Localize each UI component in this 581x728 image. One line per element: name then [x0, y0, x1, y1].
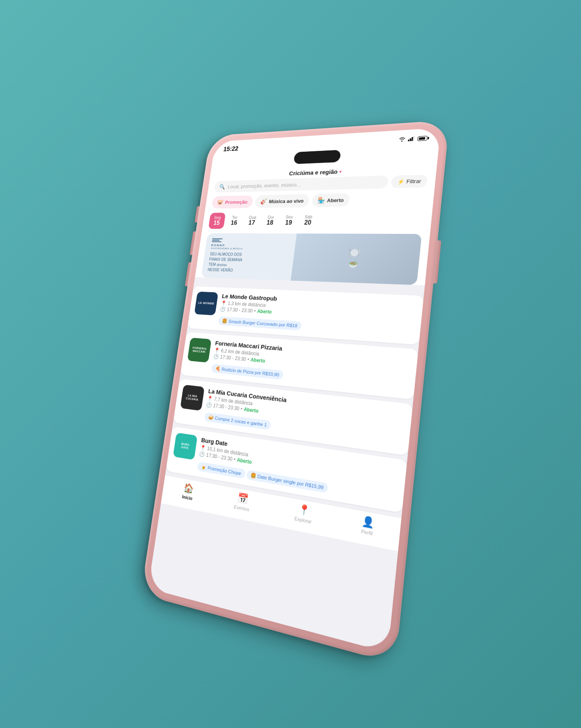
status-time: 15:22 — [223, 145, 239, 153]
day-sex[interactable]: Sex 19 — [280, 212, 298, 228]
lemonde-header: LE MONDE Le Monde Gastropub 📍 1,3 km de … — [193, 291, 417, 338]
chip-musica[interactable]: 🎸 Música ao vivo — [254, 194, 310, 208]
day-sab-num: 20 — [304, 219, 312, 226]
banner-left: DONNO GASTRONOMIA & MÚSICA SEU ALMOÇO DO… — [201, 233, 297, 280]
explorar-icon: 📍 — [298, 503, 310, 517]
svg-rect-0 — [408, 139, 409, 141]
volume-up-button — [189, 231, 196, 254]
home-icon: 🏠 — [183, 482, 194, 495]
day-qui-num: 18 — [266, 219, 274, 226]
phone-screen: 15:22 — [148, 127, 441, 652]
nav-inicio[interactable]: 🏠 Início — [182, 482, 195, 501]
location-text: Criciúma e região — [289, 168, 338, 176]
filter-label: Filtrar — [406, 178, 421, 184]
clock-icon: 🕐 — [220, 306, 226, 312]
chip-promocao[interactable]: 🐷 Promoção — [211, 195, 253, 208]
donno-banner[interactable]: DONNO GASTRONOMIA & MÚSICA SEU ALMOÇO DO… — [201, 233, 422, 285]
day-ter-name: Ter — [232, 215, 238, 220]
search-icon: 🔍 — [219, 184, 226, 189]
maccari-info: Forneria Maccari Pizzaria 📍 6,2 km de di… — [211, 339, 411, 392]
nav-inicio-label: Início — [182, 494, 193, 501]
chip-aberto[interactable]: 🏪 Aberto — [311, 193, 350, 207]
maccari-status: Aberto — [250, 357, 266, 364]
banner-highlight: destino — [216, 262, 227, 267]
search-placeholder: Local, promoção, evento, músico... — [228, 181, 301, 189]
musica-label: Música ao vivo — [269, 198, 304, 204]
promocao-icon: 🐷 — [216, 199, 224, 205]
eventos-icon: 📅 — [237, 492, 249, 505]
burg-logo: BURGDATE — [173, 433, 197, 460]
banner-line2: FINAIS DE SEMANA — [209, 257, 242, 262]
clock-icon-3: 🕐 — [206, 402, 212, 408]
nav-explorar-label: Explorar — [294, 516, 312, 524]
filter-icon: ⚡ — [397, 178, 405, 184]
burger-icon: 🍔 — [222, 318, 228, 324]
day-qua-num: 17 — [248, 219, 256, 226]
lemonde-status: Aberto — [257, 308, 272, 314]
food-image: 🍽️ 🥗 — [290, 233, 422, 285]
day-qua-name: Qua — [249, 215, 257, 219]
main-content: Criciúma e região ▾ 🔍 Local, promoção, e… — [195, 160, 438, 285]
maccari-logo: FORNERIAMACCARI — [187, 337, 212, 363]
lemonde-promo-1[interactable]: 🍔 Smash Burger Corcovado por R$18 — [218, 316, 302, 330]
pin-icon: 📍 — [220, 300, 227, 306]
day-selector: Seg 15 Ter 16 Qua 17 Qui — [208, 210, 424, 229]
day-sab-name: Sáb — [304, 214, 313, 219]
day-sab[interactable]: Sáb 20 — [298, 212, 318, 229]
day-seg-num: 15 — [213, 220, 220, 226]
day-ter[interactable]: Ter 16 — [226, 212, 243, 229]
day-sex-num: 19 — [285, 219, 292, 226]
day-seg[interactable]: Seg 15 — [208, 212, 226, 229]
musica-icon: 🎸 — [260, 198, 268, 205]
power-button — [433, 240, 441, 283]
day-sex-name: Sex — [285, 215, 293, 219]
nav-explorar[interactable]: 📍 Explorar — [294, 503, 314, 524]
lamia-promo-1[interactable]: 🥪 Compre 2 cucas e ganhe 1 — [204, 412, 271, 430]
pin-icon-4: 📍 — [200, 444, 206, 451]
banner-line4: NESSE VERÃO — [208, 267, 233, 272]
burg-promo-1[interactable]: 🍺 Promoção Chope — [197, 461, 246, 479]
wifi-icon — [398, 136, 406, 142]
location-chevron: ▾ — [339, 168, 342, 174]
perfil-icon: 👤 — [361, 515, 375, 529]
promocao-label: Promoção — [225, 199, 248, 205]
day-qui[interactable]: Qui 18 — [261, 212, 280, 229]
nav-perfil-label: Perfil — [361, 529, 373, 536]
volume-down-button — [185, 262, 191, 286]
aberto-label: Aberto — [327, 197, 344, 203]
filter-button[interactable]: ⚡ Filtrar — [391, 174, 428, 188]
svg-rect-2 — [411, 137, 413, 141]
banner-line3: TEM — [208, 262, 216, 266]
maccari-promo-1[interactable]: 🍕 Rodízio de Pizza por R$33,90 — [211, 364, 283, 380]
pin-icon-3: 📍 — [207, 395, 213, 402]
lamia-status: Aberto — [244, 406, 259, 414]
aberto-icon: 🏪 — [317, 197, 326, 204]
day-seg-name: Seg — [214, 215, 221, 220]
clock-icon-4: 🕐 — [199, 451, 205, 457]
pizza-icon: 🍕 — [215, 365, 220, 371]
lemonde-info: Le Monde Gastropub 📍 1,3 km de distância… — [218, 293, 417, 338]
phone-wrapper: 15:22 — [141, 120, 450, 664]
lamia-logo: LA MIACUCARIA — [180, 384, 205, 411]
banner-right: 🍽️ 🥗 — [290, 233, 422, 285]
status-icons — [398, 135, 428, 142]
clock-icon-2: 🕐 — [213, 353, 219, 359]
nav-eventos[interactable]: 📅 Eventos — [233, 492, 251, 512]
banner-wave-lines — [212, 238, 292, 243]
category-row: 🐷 Promoção 🎸 Música ao vivo 🏪 Aberto — [211, 191, 426, 208]
battery-icon — [418, 135, 428, 141]
dynamic-island — [293, 150, 341, 164]
banner-text: SEU ALMOÇO DOS FINAIS DE SEMANA TEM dest… — [207, 251, 290, 275]
day-qua[interactable]: Qua 17 — [243, 212, 261, 228]
burger-icon-2: 🍔 — [250, 472, 256, 479]
signal-icon — [408, 136, 415, 142]
day-ter-num: 16 — [231, 219, 238, 226]
day-qui-name: Qui — [267, 215, 275, 219]
phone-frame: 15:22 — [141, 120, 450, 664]
screen-inner: 15:22 — [148, 127, 441, 652]
banner-line1: SEU ALMOÇO DOS — [210, 252, 242, 256]
sandwich-icon: 🥪 — [208, 414, 214, 420]
lemonde-logo: LE MONDE — [194, 291, 218, 315]
beer-icon: 🍺 — [201, 464, 207, 470]
nav-perfil[interactable]: 👤 Perfil — [361, 515, 375, 536]
